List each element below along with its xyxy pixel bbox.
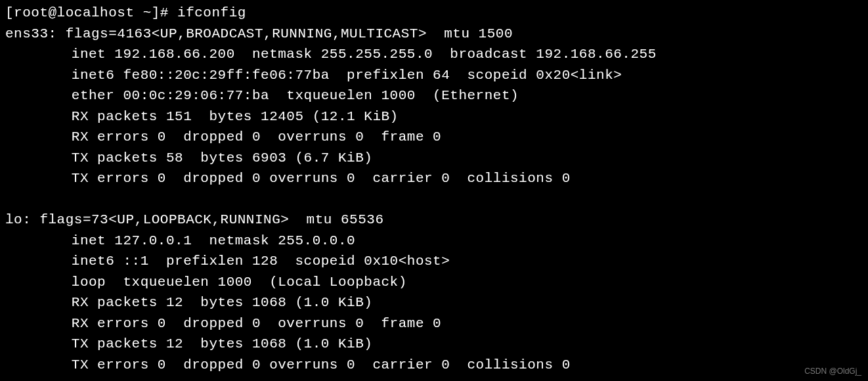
interface-lo-tx-errors: TX errors 0 dropped 0 overruns 0 carrier… (5, 355, 863, 376)
interface-ens33-inet6: inet6 fe80::20c:29ff:fe06:77ba prefixlen… (5, 65, 863, 86)
interface-ens33-inet: inet 192.168.66.200 netmask 255.255.255.… (5, 44, 863, 65)
interface-lo-rx-errors: RX errors 0 dropped 0 overruns 0 frame 0 (5, 313, 863, 334)
interface-ens33-rx-errors: RX errors 0 dropped 0 overruns 0 frame 0 (5, 127, 863, 148)
interface-lo-rx-packets: RX packets 12 bytes 1068 (1.0 KiB) (5, 292, 863, 313)
interface-ens33-tx-packets: TX packets 58 bytes 6903 (6.7 KiB) (5, 148, 863, 169)
blank-line (5, 189, 863, 210)
interface-ens33-rx-packets: RX packets 151 bytes 12405 (12.1 KiB) (5, 106, 863, 127)
watermark-text: CSDN @OldGj_ (804, 365, 861, 377)
interface-lo-inet: inet 127.0.0.1 netmask 255.0.0.0 (5, 231, 863, 252)
interface-lo-tx-packets: TX packets 12 bytes 1068 (1.0 KiB) (5, 334, 863, 355)
interface-lo-loop: loop txqueuelen 1000 (Local Loopback) (5, 272, 863, 293)
interface-lo-inet6: inet6 ::1 prefixlen 128 scopeid 0x10<hos… (5, 251, 863, 272)
interface-ens33-tx-errors: TX errors 0 dropped 0 overruns 0 carrier… (5, 168, 863, 189)
interface-lo-header: lo: flags=73<UP,LOOPBACK,RUNNING> mtu 65… (5, 210, 863, 231)
interface-ens33-ether: ether 00:0c:29:06:77:ba txqueuelen 1000 … (5, 85, 863, 106)
command-prompt[interactable]: [root@localhost ~]# ifconfig (5, 3, 863, 24)
interface-ens33-header: ens33: flags=4163<UP,BROADCAST,RUNNING,M… (5, 24, 863, 45)
